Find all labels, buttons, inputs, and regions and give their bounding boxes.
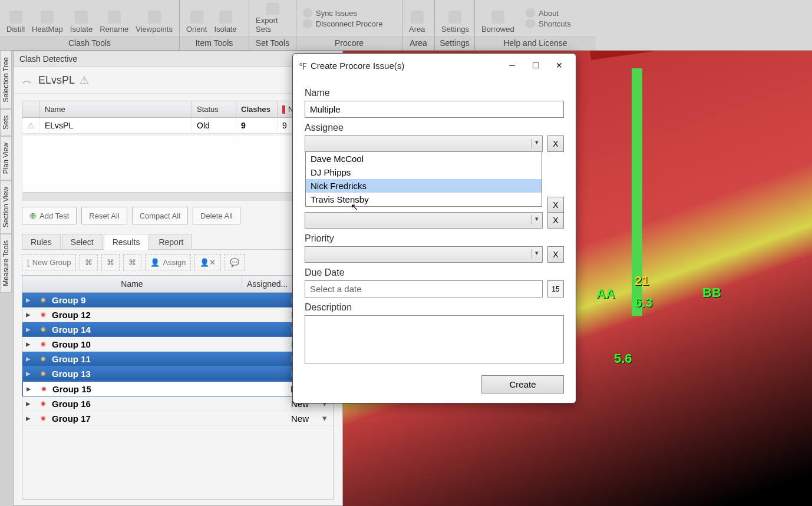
modal-title: Create Procore Issue(s) (311, 61, 404, 71)
ribbon-isolate-item[interactable]: Isolate (210, 2, 240, 35)
side-tab-sets[interactable]: Sets (0, 109, 12, 136)
ribbon-isolate[interactable]: Isolate (67, 2, 96, 35)
ribbon-heatmap[interactable]: HeatMap (28, 2, 67, 35)
assignee-options: Dave McCoolDJ PhippsNick FredricksTravis… (305, 151, 542, 207)
calendar-icon[interactable]: 15 (547, 280, 564, 297)
ribbon-shortcuts[interactable]: Shortcuts (522, 18, 575, 29)
create-issue-modal: ℉ Create Procore Issue(s) ─ ☐ ✕ Name Ass… (292, 53, 576, 404)
ribbon-settings[interactable]: Settings (438, 2, 473, 35)
chevron-up-icon: ︿ (22, 73, 32, 87)
clear-type-button[interactable]: X (547, 212, 564, 229)
inner-tabs: Rules Select Results Report (22, 234, 334, 250)
description-input[interactable] (305, 315, 564, 363)
side-tabs: Selection Tree Sets Plan View Section Vi… (0, 51, 12, 293)
results-table: Name Assigned... 📷 💬 ▸◉Group 9Ne▾▸◉Group… (22, 275, 334, 500)
add-test-button[interactable]: Add Test (22, 207, 77, 224)
assignee-dropdown[interactable]: Dave McCoolDJ PhippsNick FredricksTravis… (305, 135, 543, 152)
clear-priority-button[interactable]: X (547, 246, 564, 263)
tab-report[interactable]: Report (150, 234, 192, 250)
side-tab-measure-tools[interactable]: Measure Tools (0, 234, 12, 293)
ribbon-area[interactable]: Area (405, 2, 428, 35)
new-group-button[interactable]: [ New Group (22, 254, 76, 270)
tab-results[interactable]: Results (104, 234, 149, 250)
name-input[interactable] (305, 101, 564, 118)
ribbon-sync-issues[interactable]: Sync Issues (299, 8, 386, 18)
result-group-row[interactable]: ▸◉Group 11Ne▾ (22, 352, 334, 366)
maximize-button[interactable]: ☐ (524, 57, 547, 74)
app-icon: ℉ (299, 61, 307, 70)
delete-all-button[interactable]: Delete All (193, 207, 240, 224)
assignee-option[interactable]: Nick Fredricks (306, 179, 542, 193)
tests-table: Name Status Clashes New ⚠ ELvsPL Old 9 9… (22, 101, 334, 134)
assignee-option[interactable]: Dave McCool (306, 152, 542, 166)
group-icon-button[interactable]: ⌘ (80, 254, 98, 270)
side-tab-selection-tree[interactable]: Selection Tree (0, 51, 12, 109)
warning-icon: ⚠ (22, 118, 40, 133)
tab-select[interactable]: Select (62, 234, 103, 250)
ribbon-disconnect-procore[interactable]: Disconnect Procore (299, 18, 386, 29)
comment-button[interactable]: 💬 (225, 254, 245, 270)
warning-icon: ⚠ (80, 74, 89, 87)
priority-dropdown[interactable] (305, 246, 543, 263)
assign-button[interactable]: 👤 Assign (145, 254, 191, 270)
create-button[interactable]: Create (481, 375, 564, 393)
result-group-row[interactable]: ▸◉Group 13Ne▾ (22, 366, 334, 381)
ribbon-borrowed[interactable]: Borrowed (478, 2, 518, 35)
type-dropdown[interactable] (305, 212, 543, 229)
result-group-row[interactable]: ▸◉Group 16New▾ (22, 396, 334, 411)
unassign-button[interactable]: 👤✕ (194, 254, 221, 270)
close-button[interactable]: ✕ (547, 57, 571, 74)
result-group-row[interactable]: ▸◉Group 17New▾ (22, 411, 334, 426)
reset-all-button[interactable]: Reset All (81, 207, 127, 224)
due-date-input[interactable]: Select a date (305, 280, 543, 297)
ribbon: Distill HeatMap Isolate Rename Viewpoint… (0, 0, 812, 51)
result-group-row[interactable]: ▸◉Group 15Ne▾ (22, 381, 334, 396)
ribbon-export-sets[interactable]: Export Sets (252, 2, 293, 35)
ribbon-about[interactable]: About (522, 8, 575, 18)
horizontal-scrollbar[interactable] (22, 192, 334, 200)
side-tab-section-view[interactable]: Section View (0, 180, 12, 234)
clear-assignee-button[interactable]: X (547, 135, 564, 152)
ribbon-viewpoints[interactable]: Viewpoints (132, 2, 176, 35)
assignee-option[interactable]: Travis Stensby (306, 193, 542, 206)
group-icon-button-2[interactable]: ⌘ (101, 254, 120, 270)
compact-all-button[interactable]: Compact All (132, 207, 188, 224)
tab-rules[interactable]: Rules (22, 234, 61, 250)
minimize-button[interactable]: ─ (500, 57, 524, 74)
ribbon-distill[interactable]: Distill (3, 2, 28, 35)
result-group-row[interactable]: ▸◉Group 12Ne▾ (22, 307, 334, 322)
ribbon-rename[interactable]: Rename (96, 2, 132, 35)
test-row[interactable]: ⚠ ELvsPL Old 9 9 0 (22, 118, 334, 134)
ribbon-orient[interactable]: Orient (183, 2, 210, 35)
result-group-row[interactable]: ▸◉Group 14Ne▾ (22, 322, 334, 337)
clear-location-button[interactable]: X (547, 197, 564, 213)
result-group-row[interactable]: ▸◉Group 10Ne▾ (22, 337, 334, 352)
group-icon-button-3[interactable]: ⌘ (123, 254, 141, 270)
assignee-option[interactable]: DJ Phipps (306, 166, 542, 179)
side-tab-plan-view[interactable]: Plan View (0, 136, 12, 180)
result-group-row[interactable]: ▸◉Group 9Ne▾ (22, 293, 334, 307)
